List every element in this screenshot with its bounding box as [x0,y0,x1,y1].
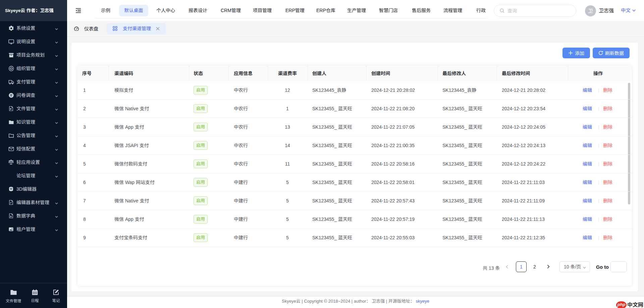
svg-text:P: P [10,202,12,204]
